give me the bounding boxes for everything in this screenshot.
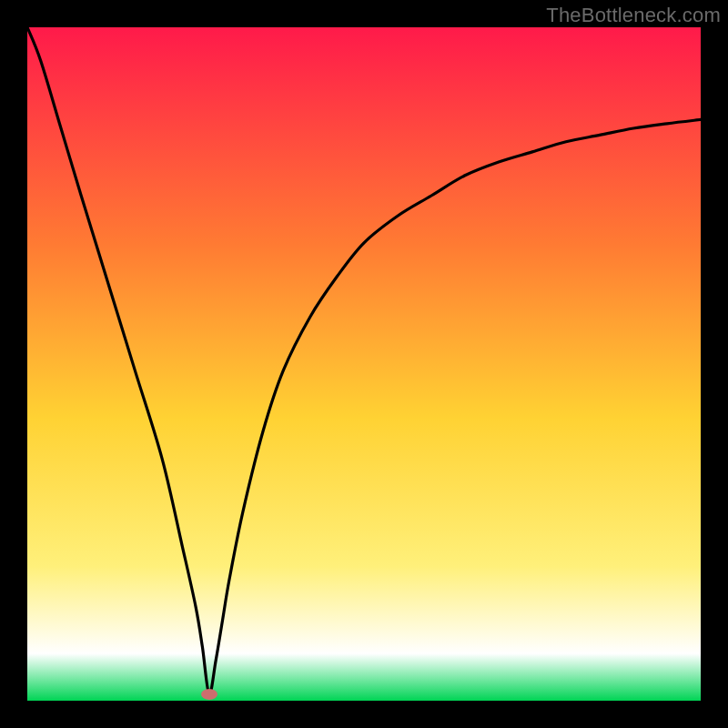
curve-line [27,27,701,701]
chart-frame: TheBottleneck.com [0,0,728,728]
minimum-marker [201,689,217,700]
watermark-text: TheBottleneck.com [546,4,721,27]
plot-area [27,27,701,701]
